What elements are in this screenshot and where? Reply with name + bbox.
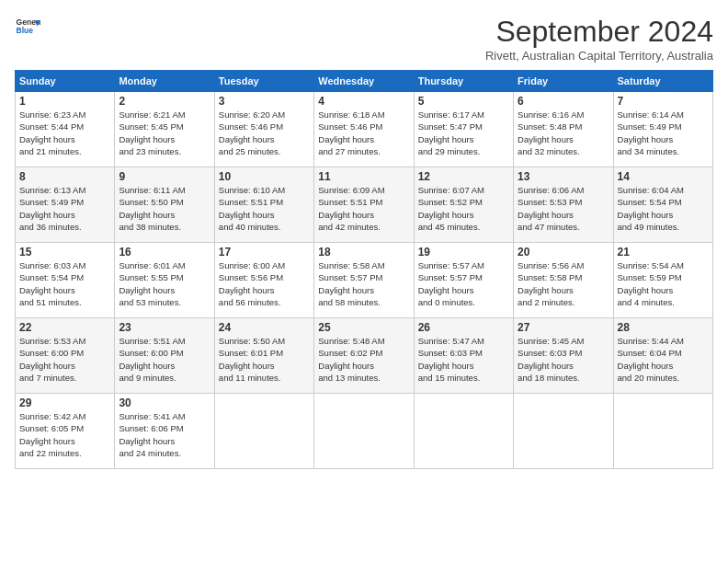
table-row: [314, 394, 414, 469]
page-header: General Blue September 2024 Rivett, Aust…: [15, 15, 713, 63]
title-block: September 2024 Rivett, Australian Capita…: [485, 15, 713, 63]
table-row: 27Sunrise: 5:45 AMSunset: 6:03 PMDayligh…: [514, 318, 613, 394]
table-row: 21Sunrise: 5:54 AMSunset: 5:59 PMDayligh…: [613, 243, 712, 318]
table-row: 28Sunrise: 5:44 AMSunset: 6:04 PMDayligh…: [613, 318, 712, 394]
table-row: 20Sunrise: 5:56 AMSunset: 5:58 PMDayligh…: [514, 243, 613, 318]
header-tuesday: Tuesday: [214, 71, 313, 92]
table-row: 9Sunrise: 6:11 AMSunset: 5:50 PMDaylight…: [115, 167, 214, 243]
table-row: [414, 394, 513, 469]
table-row: 19Sunrise: 5:57 AMSunset: 5:57 PMDayligh…: [414, 243, 513, 318]
table-row: 17Sunrise: 6:00 AMSunset: 5:56 PMDayligh…: [214, 243, 313, 318]
table-row: 7Sunrise: 6:14 AMSunset: 5:49 PMDaylight…: [613, 92, 712, 167]
table-row: 22Sunrise: 5:53 AMSunset: 6:00 PMDayligh…: [16, 318, 115, 394]
table-row: 13Sunrise: 6:06 AMSunset: 5:53 PMDayligh…: [514, 167, 613, 243]
table-row: 3Sunrise: 6:20 AMSunset: 5:46 PMDaylight…: [214, 92, 313, 167]
svg-text:Blue: Blue: [17, 26, 34, 35]
table-row: 8Sunrise: 6:13 AMSunset: 5:49 PMDaylight…: [16, 167, 115, 243]
table-row: 5Sunrise: 6:17 AMSunset: 5:47 PMDaylight…: [414, 92, 513, 167]
table-row: 29Sunrise: 5:42 AMSunset: 6:05 PMDayligh…: [16, 394, 115, 469]
table-row: 11Sunrise: 6:09 AMSunset: 5:51 PMDayligh…: [314, 167, 414, 243]
calendar-table: Sunday Monday Tuesday Wednesday Thursday…: [15, 70, 713, 469]
table-row: [514, 394, 613, 469]
table-row: 25Sunrise: 5:48 AMSunset: 6:02 PMDayligh…: [314, 318, 414, 394]
table-row: 30Sunrise: 5:41 AMSunset: 6:06 PMDayligh…: [115, 394, 214, 469]
month-title: September 2024: [485, 15, 713, 49]
calendar-header-row: Sunday Monday Tuesday Wednesday Thursday…: [16, 71, 713, 92]
header-wednesday: Wednesday: [314, 71, 414, 92]
header-sunday: Sunday: [16, 71, 115, 92]
table-row: 26Sunrise: 5:47 AMSunset: 6:03 PMDayligh…: [414, 318, 513, 394]
table-row: [613, 394, 712, 469]
table-row: 6Sunrise: 6:16 AMSunset: 5:48 PMDaylight…: [514, 92, 613, 167]
header-saturday: Saturday: [613, 71, 712, 92]
header-monday: Monday: [115, 71, 214, 92]
table-row: 4Sunrise: 6:18 AMSunset: 5:46 PMDaylight…: [314, 92, 414, 167]
table-row: 1Sunrise: 6:23 AMSunset: 5:44 PMDaylight…: [16, 92, 115, 167]
table-row: 23Sunrise: 5:51 AMSunset: 6:00 PMDayligh…: [115, 318, 214, 394]
header-friday: Friday: [514, 71, 613, 92]
table-row: 2Sunrise: 6:21 AMSunset: 5:45 PMDaylight…: [115, 92, 214, 167]
table-row: 18Sunrise: 5:58 AMSunset: 5:57 PMDayligh…: [314, 243, 414, 318]
table-row: 24Sunrise: 5:50 AMSunset: 6:01 PMDayligh…: [214, 318, 313, 394]
table-row: 12Sunrise: 6:07 AMSunset: 5:52 PMDayligh…: [414, 167, 513, 243]
table-row: 16Sunrise: 6:01 AMSunset: 5:55 PMDayligh…: [115, 243, 214, 318]
logo-icon: General Blue: [15, 15, 40, 40]
table-row: 10Sunrise: 6:10 AMSunset: 5:51 PMDayligh…: [214, 167, 313, 243]
table-row: [214, 394, 313, 469]
table-row: 15Sunrise: 6:03 AMSunset: 5:54 PMDayligh…: [16, 243, 115, 318]
table-row: 14Sunrise: 6:04 AMSunset: 5:54 PMDayligh…: [613, 167, 712, 243]
location-subtitle: Rivett, Australian Capital Territory, Au…: [485, 49, 713, 63]
logo: General Blue: [15, 15, 40, 40]
header-thursday: Thursday: [414, 71, 513, 92]
